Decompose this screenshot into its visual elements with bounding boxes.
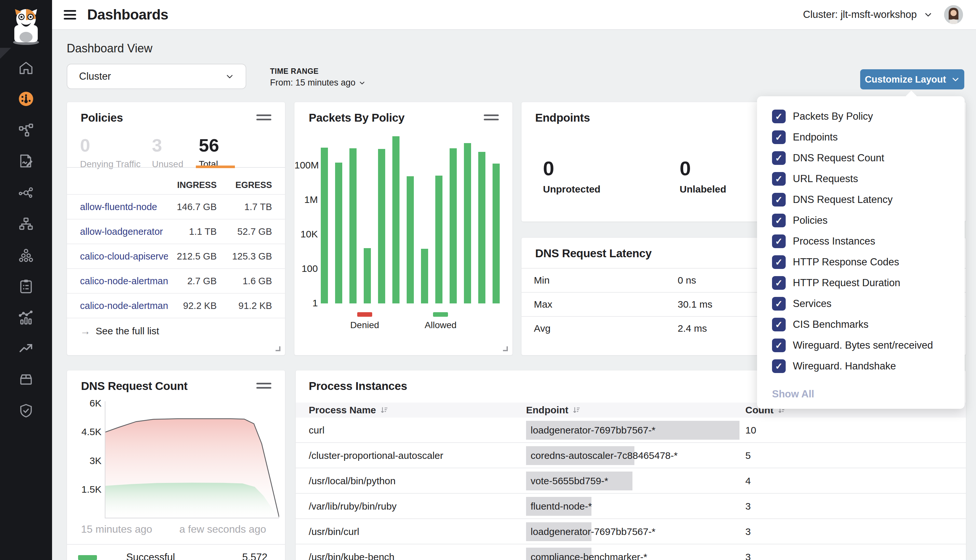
clusters-icon[interactable] [18, 247, 34, 263]
drag-handle-icon[interactable] [256, 112, 271, 123]
security-shield-icon[interactable] [18, 403, 34, 418]
checkbox-checked-icon[interactable]: ✓ [772, 359, 786, 373]
y-axis-tick: 6K [67, 398, 102, 409]
checkbox-checked-icon[interactable]: ✓ [772, 151, 786, 165]
policy-ingress-value: 92.2 KB [168, 300, 217, 311]
policy-ingress-value: 146.7 GB [168, 202, 217, 212]
dashboard-view-label: Dashboard View [67, 42, 153, 55]
cluster-selector[interactable]: Cluster: jlt-msft-workshop [803, 9, 933, 20]
checkbox-checked-icon[interactable]: ✓ [772, 110, 786, 123]
customize-menu-item[interactable]: ✓Process Instances [772, 231, 950, 252]
checkbox-checked-icon[interactable]: ✓ [772, 318, 786, 332]
policies-stat-tab[interactable]: 0Denying Traffic [80, 135, 152, 170]
policy-egress-value: 91.2 KB [217, 300, 272, 311]
drag-handle-icon[interactable] [256, 380, 271, 391]
legend-value: 5,572 [242, 552, 267, 560]
y-axis-tick: 1M [294, 194, 318, 205]
customize-menu-item[interactable]: ✓Services [772, 293, 950, 314]
customize-menu-item[interactable]: ✓HTTP Request Duration [772, 273, 950, 293]
customize-menu-item[interactable]: ✓DNS Request Count [772, 148, 950, 168]
process-count: 3 [745, 501, 953, 512]
policies-table-header: INGRESS EGRESS [67, 180, 285, 190]
stat-value: 0 [80, 135, 152, 156]
view-select[interactable]: Cluster [67, 64, 246, 89]
allowed-bar [364, 248, 371, 303]
allowed-bar [392, 136, 399, 303]
policy-row: allow-loadgenerator1.1 TB52.7 GB [67, 219, 285, 243]
checkbox-checked-icon[interactable]: ✓ [772, 172, 786, 186]
y-axis-tick: 10K [294, 228, 318, 240]
process-name-column-header: Process Name [309, 405, 376, 416]
home-icon[interactable] [18, 60, 34, 76]
checkbox-checked-icon[interactable]: ✓ [772, 276, 786, 290]
checkbox-checked-icon[interactable]: ✓ [772, 235, 786, 248]
trends-icon[interactable] [18, 340, 34, 356]
customize-menu-item[interactable]: ✓Wireguard. Bytes sent/received [772, 335, 950, 356]
service-graph-icon[interactable] [18, 122, 34, 138]
customize-menu-item[interactable]: ✓URL Requests [772, 168, 950, 189]
endpoint-value: vote-5655bd759-* [531, 468, 608, 494]
y-axis-tick: 100 [294, 263, 318, 274]
customize-menu-item[interactable]: ✓Wireguard. Handshake [772, 356, 950, 377]
customize-menu-item[interactable]: ✓HTTP Response Codes [772, 252, 950, 273]
policies-stat-tab[interactable]: 56Total [199, 135, 219, 170]
network-flows-icon[interactable] [18, 185, 34, 201]
network-tree-icon[interactable] [18, 216, 34, 232]
checkbox-checked-icon[interactable]: ✓ [772, 214, 786, 227]
endpoint-cell: compliance-benchmarker-* [526, 544, 745, 560]
resize-handle[interactable] [503, 346, 508, 351]
allowed-bar [335, 163, 342, 303]
user-avatar[interactable] [944, 5, 963, 24]
checkbox-checked-icon[interactable]: ✓ [772, 297, 786, 310]
statistics-icon[interactable] [18, 310, 34, 325]
chevron-down-icon [924, 10, 933, 19]
stat-value: 3 [152, 135, 199, 156]
menu-item-label: Wireguard. Handshake [793, 360, 896, 372]
dashboards-gauge-icon[interactable] [18, 91, 34, 107]
time-range-value[interactable]: From: 15 minutes ago [270, 78, 365, 88]
menu-hamburger-icon[interactable] [64, 8, 76, 22]
allowed-bar [378, 149, 385, 303]
policy-name-link[interactable]: calico-node-alertmana… [80, 276, 168, 287]
allowed-bar [464, 143, 471, 303]
menu-item-label: Wireguard. Bytes sent/received [793, 340, 933, 351]
customize-menu-item[interactable]: ✓DNS Request Latency [772, 189, 950, 210]
see-full-list-link[interactable]: → See the full list [67, 318, 285, 344]
checkbox-checked-icon[interactable]: ✓ [772, 193, 786, 207]
process-name: /usr/local/bin/python [309, 475, 526, 487]
checkbox-checked-icon[interactable]: ✓ [772, 130, 786, 144]
policy-name-link[interactable]: calico-cloud-apiserver-… [80, 251, 168, 262]
checkbox-checked-icon[interactable]: ✓ [772, 255, 786, 269]
compliance-clipboard-icon[interactable] [18, 278, 34, 294]
drag-handle-icon[interactable] [484, 112, 499, 123]
endpoint-cell: vote-5655bd759-* [526, 468, 745, 494]
process-name: /cluster-proportional-autoscaler [309, 450, 526, 461]
process-row: /var/lib/ruby/bin/rubyfluentd-node-*3 [296, 494, 966, 519]
customize-layout-button[interactable]: Customize Layout [860, 69, 964, 90]
show-all-link[interactable]: Show All [772, 388, 950, 400]
policies-edit-icon[interactable] [18, 153, 34, 169]
customize-menu-item[interactable]: ✓Policies [772, 210, 950, 231]
legend-label: Denied [350, 320, 379, 330]
policy-name-link[interactable]: allow-fluentd-node [80, 202, 168, 212]
checkbox-checked-icon[interactable]: ✓ [772, 338, 786, 352]
process-row: /usr/local/bin/pythonvote-5655bd759-*4 [296, 468, 966, 494]
legend-swatch [357, 312, 372, 317]
customize-menu-item[interactable]: ✓Packets By Policy [772, 106, 950, 127]
allowed-bar [349, 148, 357, 303]
policies-stat-tab[interactable]: 3Unused [152, 135, 199, 170]
sort-icon[interactable] [572, 406, 581, 414]
calico-cat-logo[interactable] [8, 7, 44, 47]
sort-icon[interactable] [380, 406, 389, 414]
resize-handle[interactable] [275, 346, 280, 351]
allowed-bar [450, 148, 457, 303]
policy-name-link[interactable]: calico-node-alertmana… [80, 300, 168, 311]
y-axis-tick: 100M [294, 160, 318, 171]
menu-item-label: Process Instances [793, 235, 875, 247]
customize-menu-item[interactable]: ✓CIS Benchmarks [772, 314, 950, 335]
packages-icon[interactable] [18, 372, 34, 387]
customize-menu-item[interactable]: ✓Endpoints [772, 127, 950, 148]
policy-name-link[interactable]: allow-loadgenerator [80, 226, 168, 237]
legend-swatch [433, 312, 448, 317]
topbar: Dashboards Cluster: jlt-msft-workshop [52, 0, 976, 30]
